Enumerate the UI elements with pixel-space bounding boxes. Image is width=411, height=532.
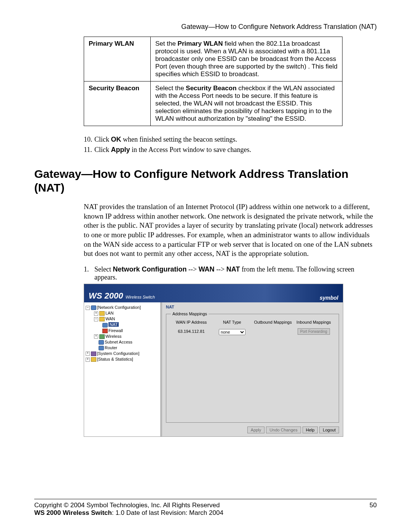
step-list-a: 10. Click OK when finished setting the b… xyxy=(84,136,377,154)
panel-title: NAT xyxy=(166,305,339,309)
step-number: 11. xyxy=(84,146,94,154)
running-header: Gateway—How to Configure Network Address… xyxy=(34,23,377,31)
screenshot-window: WS 2000 Wireless Switch symbol −[Network… xyxy=(84,284,343,437)
col-inbound: Inbound Mappings xyxy=(293,320,334,324)
nav-tree: −[Network Configuration] +LAN −WAN NAT F… xyxy=(84,302,162,436)
firewall-icon xyxy=(102,329,108,333)
cell-key: Primary WLAN xyxy=(84,37,151,81)
folder-icon xyxy=(99,311,105,316)
vendor-logo: symbol xyxy=(320,295,338,301)
wan-ip-value: 63.194.112.81 xyxy=(171,329,212,334)
tree-wireless[interactable]: +Wireless xyxy=(86,334,159,339)
revision-info: : 1.0 Date of last Revision: March 2004 xyxy=(112,509,223,516)
node-icon xyxy=(99,340,104,345)
selected-node: NAT xyxy=(108,322,119,327)
undo-changes-button[interactable]: Undo Changes xyxy=(266,427,301,433)
text: Set the xyxy=(155,40,178,47)
step-10: 10. Click OK when finished setting the b… xyxy=(84,136,377,144)
tree-status-statistics[interactable]: +[Status & Statistics] xyxy=(86,356,159,362)
definition-table: Primary WLAN Set the Primary WLAN field … xyxy=(84,37,342,126)
node-icon xyxy=(102,323,108,328)
product-name: WS 2000 Wireless Switch xyxy=(34,509,112,516)
step-11: 11. Click Apply in the Access Port windo… xyxy=(84,146,377,154)
tree-system-config[interactable]: +[System Configuration] xyxy=(86,351,159,356)
system-icon xyxy=(91,351,96,356)
group-legend: Address Mappings xyxy=(171,312,209,316)
expand-icon[interactable]: + xyxy=(86,358,90,362)
table-row: Security Beacon Select the Security Beac… xyxy=(84,81,342,126)
cell-key: Security Beacon xyxy=(84,81,151,126)
apply-button[interactable]: Apply xyxy=(247,427,265,433)
copyright: Copyright © 2004 Symbol Technologies, In… xyxy=(34,502,220,509)
bold-text: Primary WLAN xyxy=(178,40,223,47)
col-outbound: Outbound Mappings xyxy=(253,320,293,324)
wireless-icon xyxy=(99,334,105,339)
cell-value: Select the Security Beacon checkbox if t… xyxy=(151,81,342,126)
step-text: Select Network Configuration --> WAN -->… xyxy=(94,265,377,281)
table-row: Primary WLAN Set the Primary WLAN field … xyxy=(84,37,342,81)
column-headers: WAN IP Address 63.194.112.81 NAT Type no… xyxy=(171,320,334,335)
collapse-icon[interactable]: − xyxy=(86,306,90,310)
expand-icon[interactable]: + xyxy=(94,312,98,316)
address-mappings-group: Address Mappings WAN IP Address 63.194.1… xyxy=(166,312,339,423)
col-nat-type: NAT Type xyxy=(212,320,252,324)
tree-subnet-access[interactable]: Subnet Access xyxy=(86,339,159,345)
step-number: 10. xyxy=(84,136,94,144)
content-panel: NAT Address Mappings WAN IP Address 63.1… xyxy=(162,302,343,436)
text: Select the xyxy=(155,85,186,92)
window-body: −[Network Configuration] +LAN −WAN NAT F… xyxy=(84,302,343,436)
expand-icon[interactable]: + xyxy=(86,351,90,356)
page: Gateway—How to Configure Network Address… xyxy=(0,0,411,532)
cell-value: Set the Primary WLAN field when the 802.… xyxy=(151,37,342,81)
folder-icon xyxy=(91,357,96,362)
folder-icon xyxy=(99,317,105,321)
expand-icon[interactable]: + xyxy=(94,334,98,339)
tree-wan[interactable]: −WAN xyxy=(86,316,159,322)
step-text: Click Apply in the Access Port window to… xyxy=(94,146,251,154)
window-banner: WS 2000 Wireless Switch symbol xyxy=(84,284,343,302)
nat-type-select[interactable]: none xyxy=(219,329,245,335)
page-footer: 50 Copyright © 2004 Symbol Technologies,… xyxy=(34,499,377,517)
step-text: Click OK when finished setting the beaco… xyxy=(94,136,237,144)
tree-nat[interactable]: NAT xyxy=(86,322,159,328)
tree-firewall[interactable]: Firewall xyxy=(86,328,159,334)
page-number: 50 xyxy=(370,502,377,509)
logout-button[interactable]: Logout xyxy=(319,427,339,433)
collapse-icon[interactable]: − xyxy=(94,317,98,321)
help-button[interactable]: Help xyxy=(303,427,318,433)
tree-router[interactable]: Router xyxy=(86,345,159,351)
port-forwarding-button[interactable]: Port Forwarding xyxy=(298,328,330,335)
button-bar: Apply Undo Changes Help Logout xyxy=(166,425,339,435)
node-icon xyxy=(99,346,104,350)
bold-text: Security Beacon xyxy=(186,85,236,92)
step-list-b: 1. Select Network Configuration --> WAN … xyxy=(84,265,377,281)
step-number: 1. xyxy=(84,265,94,281)
section-heading: Gateway—How to Configure Network Address… xyxy=(34,167,377,195)
tree-network-config[interactable]: −[Network Configuration] xyxy=(86,305,159,310)
body-paragraph: NAT provides the translation of an Inter… xyxy=(84,202,377,259)
product-brand: WS 2000 Wireless Switch xyxy=(89,291,155,301)
tree-lan[interactable]: +LAN xyxy=(86,310,159,316)
col-wan-ip: WAN IP Address xyxy=(171,320,212,324)
step-1: 1. Select Network Configuration --> WAN … xyxy=(84,265,377,281)
node-icon xyxy=(91,305,96,310)
